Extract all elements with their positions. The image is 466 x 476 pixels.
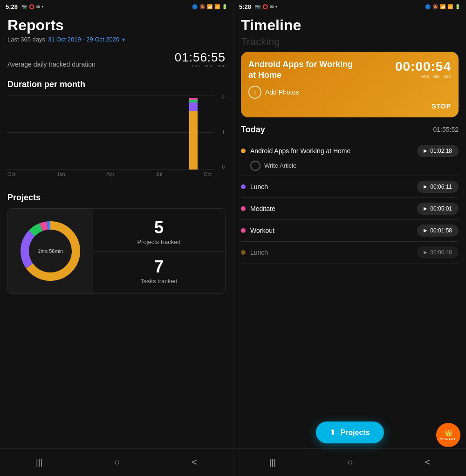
entry-5-dot [241, 250, 246, 255]
add-photos-row: ○ Add Photos [248, 86, 451, 99]
back-icon-left[interactable]: < [192, 457, 197, 468]
chart-area: 2 1 0 Oct Jan Apr Jul Oct [7, 95, 226, 188]
status-bar-right: 5:28 📷 ⭕ ✉ • 🔵 🔕 📶 📶 🔋 [233, 0, 466, 13]
back-icon-right[interactable]: < [425, 457, 430, 468]
add-photos-circle-btn[interactable]: ○ [248, 86, 261, 99]
timeline-entry-3: Meditate ▶ 00:05:01 [241, 198, 459, 220]
avg-label: Average daily tracked duration [7, 61, 96, 68]
entry-3-main: Meditate ▶ 00:05:01 [241, 203, 459, 215]
timeline-entry-4: Workout ▶ 00:01:58 [241, 220, 459, 242]
promo-badge[interactable]: 👑 50% OFF [436, 423, 460, 447]
projects-section-title: Projects [7, 193, 226, 203]
play-icon-4: ▶ [424, 228, 427, 233]
y-axis: 2 1 0 [214, 95, 226, 170]
x-label-apr: Apr [106, 171, 114, 177]
projects-count-block: 5 Projects tracked [93, 212, 225, 251]
subtask-circle-1[interactable] [250, 161, 260, 171]
today-row: Today 01:55:52 [241, 125, 459, 135]
entry-3-dot [241, 206, 246, 211]
avg-time-block: 01:56:55 HRS MIN SEC [175, 50, 226, 68]
entry-5-main: Lunch ▶ 00:00:40 [241, 246, 459, 258]
subtask-name-1: Write Article [264, 162, 296, 169]
play-icon-1: ▶ [424, 148, 427, 153]
entry-4-time: 00:01:58 [430, 227, 452, 234]
entry-1-main: Android Apps for Working at Home ▶ 01:02… [241, 145, 459, 157]
entry-4-play-btn[interactable]: ▶ 00:01:58 [417, 224, 459, 237]
active-card[interactable]: Android Apps for Working at Home 00:00:5… [241, 52, 459, 117]
entry-3-play-btn[interactable]: ▶ 00:05:01 [417, 203, 459, 215]
nav-bar-left: ||| ○ < [0, 448, 233, 476]
duration-title: Duration per month [7, 80, 226, 89]
entry-3-time: 00:05:01 [430, 205, 452, 212]
timeline-entry-1: Android Apps for Working at Home ▶ 01:02… [241, 140, 459, 176]
status-right-left: 🔵 🔕 📶 📶 🔋 [192, 4, 227, 9]
timeline-entry-2: Lunch ▶ 00:06:11 [241, 176, 459, 198]
entry-1-name: Android Apps for Working at Home [250, 147, 412, 155]
timeline-entries: Android Apps for Working at Home ▶ 01:02… [241, 140, 459, 264]
tasks-count-block: 7 Tasks tracked [93, 251, 225, 290]
tasks-count: 7 [100, 257, 218, 277]
add-photos-label: Add Photos [265, 88, 299, 96]
x-label-jan: Jan [57, 171, 65, 177]
entry-5-time: 00:00:40 [430, 249, 452, 256]
today-time: 01:55:52 [433, 126, 459, 133]
today-label: Today [241, 125, 265, 135]
entry-2-dot [241, 184, 246, 189]
chevron-down-icon[interactable]: ▾ [122, 36, 125, 43]
status-icons-right: 📷 ⭕ ✉ • [255, 4, 277, 9]
entry-1-time: 01:02:18 [430, 148, 452, 154]
left-panel: 5:28 📷 ⭕ ✉ • 🔵 🔕 📶 📶 🔋 Reports Last 365 … [0, 0, 233, 476]
avg-time-value: 01:56:55 [175, 50, 226, 65]
projects-float-button[interactable]: ⬆ Projects [315, 422, 384, 443]
avg-row: Average daily tracked duration 01:56:55 … [7, 50, 226, 72]
hamburger-icon-right[interactable]: ||| [269, 457, 276, 467]
entry-4-name: Workout [250, 227, 412, 234]
active-timer-value: 00:00:54 [395, 59, 451, 74]
stats-right: 5 Projects tracked 7 Tasks tracked [93, 209, 225, 293]
projects-count: 5 [100, 218, 218, 238]
upload-icon: ⬆ [329, 428, 336, 437]
home-icon-right[interactable]: ○ [348, 457, 353, 468]
stop-button[interactable]: STOP [432, 102, 451, 110]
entry-4-dot [241, 228, 246, 233]
nav-bar-right: ||| ○ < [233, 448, 466, 476]
play-icon-2: ▶ [424, 184, 427, 189]
status-icons-left: 📷 ⭕ ✉ • [21, 4, 44, 9]
projects-label: Projects tracked [100, 238, 218, 245]
date-range-value[interactable]: 31 Oct 2019 - 29 Oct 2020 [48, 36, 119, 43]
reports-title: Reports [7, 17, 226, 34]
entry-3-name: Meditate [250, 205, 412, 212]
entry-5-name: Lunch [250, 249, 412, 256]
promo-text: 50% OFF [440, 437, 456, 441]
hamburger-icon-left[interactable]: ||| [36, 457, 42, 467]
timeline-entry-5: Lunch ▶ 00:00:40 [241, 242, 459, 264]
status-bar-left: 5:28 📷 ⭕ ✉ • 🔵 🔕 📶 📶 🔋 [0, 0, 233, 13]
crown-icon: 👑 [445, 429, 452, 436]
entry-1-play-btn[interactable]: ▶ 01:02:18 [417, 145, 459, 157]
entry-2-time: 00:06:11 [430, 184, 452, 190]
entry-4-main: Workout ▶ 00:01:58 [241, 224, 459, 237]
active-timer: 00:00:54 HRS MIN SEC [395, 59, 451, 79]
entry-5-play-btn[interactable]: ▶ 00:00:40 [417, 246, 459, 258]
active-card-top: Android Apps for Working at Home 00:00:5… [248, 59, 451, 81]
projects-btn-label: Projects [340, 428, 370, 437]
left-content: Reports Last 365 days 31 Oct 2019 - 29 O… [0, 13, 233, 448]
x-label-jul: Jul [156, 171, 162, 177]
status-right-right: 🔵 🔕 📶 📶 🔋 [425, 4, 460, 9]
bar-oct [189, 98, 198, 170]
status-time-left: 5:28 [6, 3, 18, 10]
active-timer-units: HRS MIN SEC [395, 75, 451, 79]
home-icon-left[interactable]: ○ [114, 457, 120, 468]
play-icon-5: ▶ [424, 250, 427, 255]
timeline-title: Timeline [241, 17, 459, 34]
entry-2-play-btn[interactable]: ▶ 00:06:11 [417, 181, 459, 193]
stop-row: STOP [248, 102, 451, 110]
entry-1-dot [241, 149, 246, 153]
x-label-oct2: Oct [204, 171, 212, 177]
donut-wrapper: 1hrs 56min [8, 209, 93, 293]
tasks-label: Tasks tracked [100, 278, 218, 285]
status-time-right: 5:28 [239, 3, 251, 10]
x-label-oct1: Oct [7, 171, 15, 177]
date-range-label: Last 365 days [7, 36, 45, 43]
entry-2-main: Lunch ▶ 00:06:11 [241, 181, 459, 193]
